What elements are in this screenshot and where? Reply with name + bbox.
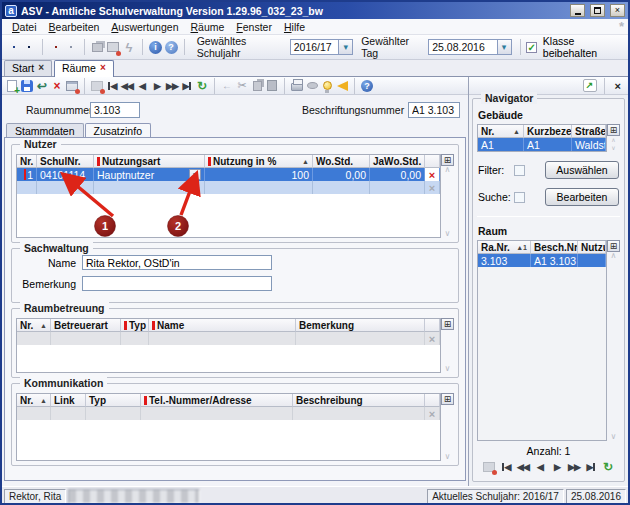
menu-raeume[interactable]: Räume: [184, 20, 230, 34]
help-round-icon[interactable]: ?: [164, 40, 178, 55]
col-bemerkung[interactable]: Bemerkung: [296, 319, 425, 332]
refresh-icon[interactable]: ↻: [601, 460, 615, 474]
last-record-icon[interactable]: ▶: [180, 79, 194, 93]
column-config-icon[interactable]: ⊞: [607, 124, 620, 136]
help-icon[interactable]: ?: [360, 79, 374, 93]
beschriftung-input[interactable]: [408, 102, 460, 118]
cell-nutzungsart[interactable]: Hauptnutzer▾: [94, 168, 205, 181]
scroll-up-icon[interactable]: ∧: [611, 136, 615, 144]
col-betreuerart[interactable]: Betreuerart: [51, 319, 121, 332]
last-record-icon[interactable]: ▶: [584, 460, 598, 474]
scroll-down-icon[interactable]: ∨: [611, 144, 615, 152]
minimize-button[interactable]: [570, 4, 585, 17]
next-record-icon[interactable]: ▶: [550, 460, 564, 474]
scroll-up-icon[interactable]: ∧: [611, 252, 617, 260]
scroll-down-icon[interactable]: ∨: [611, 433, 617, 441]
name-input[interactable]: [82, 255, 272, 270]
menu-fenster[interactable]: Fenster: [230, 20, 278, 34]
report-book-icon[interactable]: [49, 40, 63, 55]
first-record-icon[interactable]: ◀: [105, 79, 119, 93]
bemerkung-input[interactable]: [82, 276, 272, 291]
new-record-icon[interactable]: [5, 79, 19, 93]
filter-checkbox[interactable]: [514, 165, 525, 176]
raum-row-1[interactable]: 3.103 A1 3.103: [478, 254, 606, 267]
col-beschnr[interactable]: Besch.Nr.: [531, 241, 578, 254]
modules-icon[interactable]: [7, 40, 21, 55]
previous-record-icon[interactable]: ◀: [533, 460, 547, 474]
scroll-down-icon[interactable]: ∨: [445, 230, 451, 238]
undock-icon[interactable]: ↗: [583, 79, 597, 92]
log-chart-icon[interactable]: [65, 40, 79, 55]
menu-auswertungen[interactable]: Auswertungen: [105, 20, 184, 34]
delete-row-icon[interactable]: ×: [425, 168, 440, 181]
kommunikation-row-empty[interactable]: ×: [17, 407, 440, 420]
scroll-down-icon[interactable]: ∨: [445, 365, 451, 373]
chevron-down-icon[interactable]: ▾: [497, 40, 511, 54]
tab-close-icon[interactable]: ×: [100, 64, 106, 72]
close-button[interactable]: ×: [610, 4, 625, 17]
col-beschreibung[interactable]: Beschreibung: [293, 394, 425, 407]
col-nutzungsart[interactable]: Nutzungsart: [94, 155, 205, 168]
col-name[interactable]: Name: [149, 319, 296, 332]
raumbetreuung-row-empty[interactable]: ×: [17, 332, 440, 345]
chevron-down-icon[interactable]: ▾: [338, 40, 352, 54]
klasse-checkbox[interactable]: ✓: [526, 42, 536, 53]
cell-schulnr[interactable]: 04101114: [37, 168, 94, 181]
tab-raeume[interactable]: Räume ×: [54, 60, 114, 77]
dropdown-arrow-icon[interactable]: ▾: [189, 169, 201, 180]
fast-back-icon[interactable]: ◀◀: [516, 460, 530, 474]
undo-icon[interactable]: ↩: [35, 79, 49, 93]
tab-close-icon[interactable]: ×: [38, 64, 44, 72]
school-screen-icon[interactable]: [23, 40, 37, 55]
col-typ[interactable]: Typ: [121, 319, 149, 332]
col-nutzungs[interactable]: Nutzungs...: [578, 241, 606, 254]
col-nr[interactable]: Nr.▲: [17, 394, 51, 407]
auswaehlen-button[interactable]: Auswählen: [545, 161, 619, 179]
suche-checkbox[interactable]: [514, 192, 525, 203]
menu-bearbeiten[interactable]: Bearbeiten: [43, 20, 106, 34]
cell-jawostd[interactable]: 0,00: [370, 168, 425, 181]
save-icon[interactable]: [20, 79, 34, 93]
fast-forward-icon[interactable]: ▶▶: [567, 460, 581, 474]
raumnummer-input[interactable]: [90, 102, 140, 118]
print-icon[interactable]: [290, 79, 304, 93]
announce-icon[interactable]: [335, 79, 349, 93]
gebaeude-row-1[interactable]: A1 A1 Waldstraße: [478, 138, 606, 151]
col-schulnr[interactable]: SchulNr.: [37, 155, 94, 168]
previous-record-icon[interactable]: ◀: [135, 79, 149, 93]
refresh-icon[interactable]: ↻: [195, 79, 209, 93]
col-nr[interactable]: Nr.▲: [17, 319, 51, 332]
hint-bulb-icon[interactable]: [320, 79, 334, 93]
discard-table-icon[interactable]: [65, 79, 79, 93]
fast-back-icon[interactable]: ◀◀: [120, 79, 134, 93]
col-nutzung[interactable]: Nutzung in %▲: [205, 155, 313, 168]
maximize-button[interactable]: [590, 4, 605, 17]
col-strasse[interactable]: Straße: [572, 125, 606, 138]
nutzer-row-1[interactable]: 1 04101114 Hauptnutzer▾ 100 0,00 0,00 ×: [17, 168, 440, 181]
tab-start[interactable]: Start ×: [4, 60, 52, 76]
col-nr[interactable]: Nr.▲: [478, 125, 524, 138]
tag-combobox[interactable]: 25.08.2016 ▾: [428, 39, 511, 55]
bearbeiten-button[interactable]: Bearbeiten: [545, 188, 619, 206]
fast-forward-icon[interactable]: ▶▶: [165, 79, 179, 93]
col-nr[interactable]: Nr.: [17, 155, 37, 168]
info-icon[interactable]: i: [149, 40, 163, 55]
navigator-close-icon[interactable]: ×: [612, 80, 624, 92]
col-ranr[interactable]: Ra.Nr.▲1: [478, 241, 531, 254]
col-wostd[interactable]: Wo.Std.: [313, 155, 370, 168]
col-kurzbezeichnung[interactable]: Kurzbezei...: [524, 125, 572, 138]
delete-record-icon[interactable]: ×: [50, 79, 64, 93]
next-record-icon[interactable]: ▶: [150, 79, 164, 93]
col-typ[interactable]: Typ: [86, 394, 141, 407]
cell-nutzung[interactable]: 100: [205, 168, 313, 181]
column-config-icon[interactable]: ⊞: [441, 318, 454, 330]
schuljahr-combobox[interactable]: 2016/17 ▾: [290, 39, 353, 55]
col-telnummer[interactable]: Tel.-Nummer/Adresse: [141, 394, 293, 407]
menu-hilfe[interactable]: Hilfe: [278, 20, 311, 34]
col-link[interactable]: Link: [51, 394, 86, 407]
col-jawostd[interactable]: JaWo.Std.: [370, 155, 425, 168]
cell-wostd[interactable]: 0,00: [313, 168, 370, 181]
menu-datei[interactable]: Datei: [6, 20, 43, 34]
column-config-icon[interactable]: ⊞: [441, 393, 454, 405]
scroll-down-icon[interactable]: ∨: [445, 453, 451, 461]
